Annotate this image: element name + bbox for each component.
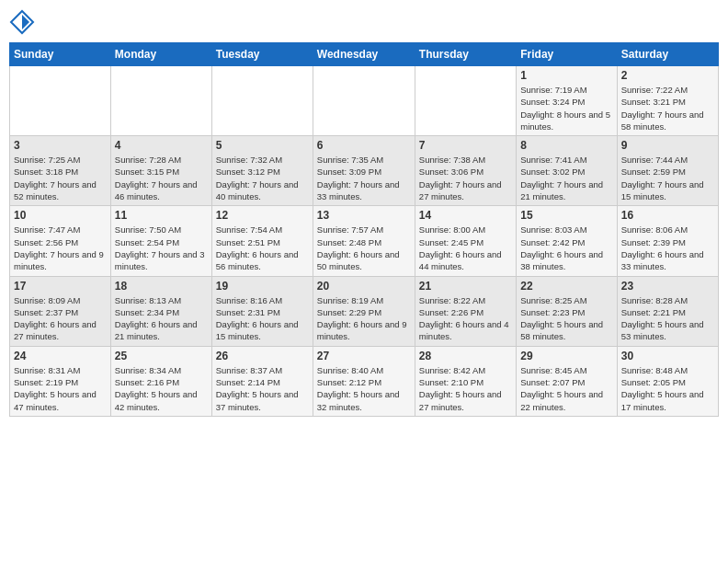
day-cell [211,66,313,136]
day-info: Sunrise: 7:19 AM Sunset: 3:24 PM Dayligh… [520,84,612,132]
calendar: SundayMondayTuesdayWednesdayThursdayFrid… [9,42,719,417]
day-number: 11 [115,209,208,222]
logo [9,9,39,35]
day-cell: 28Sunrise: 8:42 AM Sunset: 2:10 PM Dayli… [415,346,516,416]
day-info: Sunrise: 7:38 AM Sunset: 3:06 PM Dayligh… [419,154,512,202]
day-cell: 22Sunrise: 8:25 AM Sunset: 2:23 PM Dayli… [517,276,617,346]
day-info: Sunrise: 8:13 AM Sunset: 2:34 PM Dayligh… [115,294,208,343]
day-info: Sunrise: 7:25 AM Sunset: 3:18 PM Dayligh… [14,154,107,202]
day-number: 6 [317,139,411,152]
day-cell: 20Sunrise: 8:19 AM Sunset: 2:29 PM Dayli… [313,276,415,346]
day-number: 21 [419,280,512,293]
day-info: Sunrise: 8:28 AM Sunset: 2:21 PM Dayligh… [621,294,714,343]
week-row-3: 10Sunrise: 7:47 AM Sunset: 2:56 PM Dayli… [10,206,719,276]
day-cell: 19Sunrise: 8:16 AM Sunset: 2:31 PM Dayli… [211,276,313,346]
day-number: 4 [115,139,208,152]
col-header-wednesday: Wednesday [313,43,415,66]
day-number: 26 [216,350,309,362]
page-header [9,9,719,35]
day-number: 7 [419,139,512,152]
day-number: 17 [14,280,107,293]
day-info: Sunrise: 8:03 AM Sunset: 2:42 PM Dayligh… [520,224,612,272]
day-cell: 26Sunrise: 8:37 AM Sunset: 2:14 PM Dayli… [211,346,313,416]
day-cell [415,66,516,136]
day-info: Sunrise: 8:00 AM Sunset: 2:45 PM Dayligh… [419,224,512,272]
day-number: 25 [115,350,208,362]
logo-icon [9,9,35,35]
day-info: Sunrise: 7:41 AM Sunset: 3:02 PM Dayligh… [520,154,612,202]
day-info: Sunrise: 7:28 AM Sunset: 3:15 PM Dayligh… [115,154,208,202]
col-header-friday: Friday [517,43,617,66]
day-info: Sunrise: 7:44 AM Sunset: 2:59 PM Dayligh… [621,154,714,202]
day-info: Sunrise: 8:25 AM Sunset: 2:23 PM Dayligh… [520,294,612,343]
day-cell [313,66,415,136]
day-info: Sunrise: 7:47 AM Sunset: 2:56 PM Dayligh… [14,224,107,272]
day-cell: 7Sunrise: 7:38 AM Sunset: 3:06 PM Daylig… [415,136,516,206]
day-info: Sunrise: 7:32 AM Sunset: 3:12 PM Dayligh… [216,154,309,202]
day-info: Sunrise: 8:42 AM Sunset: 2:10 PM Dayligh… [419,364,512,413]
day-info: Sunrise: 8:19 AM Sunset: 2:29 PM Dayligh… [317,294,411,343]
day-number: 27 [317,350,411,362]
day-info: Sunrise: 7:50 AM Sunset: 2:54 PM Dayligh… [115,224,208,272]
day-cell: 12Sunrise: 7:54 AM Sunset: 2:51 PM Dayli… [211,206,313,276]
day-cell: 27Sunrise: 8:40 AM Sunset: 2:12 PM Dayli… [313,346,415,416]
day-info: Sunrise: 7:22 AM Sunset: 3:21 PM Dayligh… [621,84,714,132]
day-info: Sunrise: 7:54 AM Sunset: 2:51 PM Dayligh… [216,224,309,272]
day-info: Sunrise: 8:31 AM Sunset: 2:19 PM Dayligh… [14,364,107,413]
day-cell: 4Sunrise: 7:28 AM Sunset: 3:15 PM Daylig… [110,136,211,206]
day-number: 23 [621,280,714,293]
week-row-1: 1Sunrise: 7:19 AM Sunset: 3:24 PM Daylig… [10,66,719,136]
day-cell: 15Sunrise: 8:03 AM Sunset: 2:42 PM Dayli… [517,206,617,276]
day-number: 12 [216,209,309,222]
day-number: 16 [621,209,714,222]
day-cell: 2Sunrise: 7:22 AM Sunset: 3:21 PM Daylig… [617,66,718,136]
day-number: 10 [14,209,107,222]
day-cell: 30Sunrise: 8:48 AM Sunset: 2:05 PM Dayli… [617,346,718,416]
day-number: 22 [520,280,612,293]
day-number: 20 [317,280,411,293]
day-cell: 24Sunrise: 8:31 AM Sunset: 2:19 PM Dayli… [10,346,111,416]
day-info: Sunrise: 8:16 AM Sunset: 2:31 PM Dayligh… [216,294,309,343]
day-number: 18 [115,280,208,293]
day-info: Sunrise: 7:35 AM Sunset: 3:09 PM Dayligh… [317,154,411,202]
day-number: 24 [14,350,107,362]
col-header-sunday: Sunday [10,43,111,66]
day-cell [10,66,111,136]
col-header-tuesday: Tuesday [211,43,313,66]
day-cell: 14Sunrise: 8:00 AM Sunset: 2:45 PM Dayli… [415,206,516,276]
col-header-saturday: Saturday [617,43,718,66]
day-cell: 1Sunrise: 7:19 AM Sunset: 3:24 PM Daylig… [517,66,617,136]
day-cell: 3Sunrise: 7:25 AM Sunset: 3:18 PM Daylig… [10,136,111,206]
day-info: Sunrise: 8:48 AM Sunset: 2:05 PM Dayligh… [621,364,714,413]
day-number: 14 [419,209,512,222]
day-number: 5 [216,139,309,152]
day-info: Sunrise: 8:06 AM Sunset: 2:39 PM Dayligh… [621,224,714,272]
day-number: 1 [520,69,612,82]
day-cell: 11Sunrise: 7:50 AM Sunset: 2:54 PM Dayli… [110,206,211,276]
col-header-monday: Monday [110,43,211,66]
day-number: 19 [216,280,309,293]
day-cell: 21Sunrise: 8:22 AM Sunset: 2:26 PM Dayli… [415,276,516,346]
week-row-2: 3Sunrise: 7:25 AM Sunset: 3:18 PM Daylig… [10,136,719,206]
day-number: 30 [621,350,714,362]
day-cell: 9Sunrise: 7:44 AM Sunset: 2:59 PM Daylig… [617,136,718,206]
day-number: 28 [419,350,512,362]
day-cell: 8Sunrise: 7:41 AM Sunset: 3:02 PM Daylig… [517,136,617,206]
day-info: Sunrise: 8:09 AM Sunset: 2:37 PM Dayligh… [14,294,107,343]
day-number: 15 [520,209,612,222]
day-info: Sunrise: 8:45 AM Sunset: 2:07 PM Dayligh… [520,364,612,413]
day-number: 3 [14,139,107,152]
week-row-4: 17Sunrise: 8:09 AM Sunset: 2:37 PM Dayli… [10,276,719,346]
day-cell: 23Sunrise: 8:28 AM Sunset: 2:21 PM Dayli… [617,276,718,346]
day-cell: 25Sunrise: 8:34 AM Sunset: 2:16 PM Dayli… [110,346,211,416]
day-cell: 18Sunrise: 8:13 AM Sunset: 2:34 PM Dayli… [110,276,211,346]
day-info: Sunrise: 8:40 AM Sunset: 2:12 PM Dayligh… [317,364,411,413]
day-info: Sunrise: 8:37 AM Sunset: 2:14 PM Dayligh… [216,364,309,413]
day-number: 9 [621,139,714,152]
week-row-5: 24Sunrise: 8:31 AM Sunset: 2:19 PM Dayli… [10,346,719,416]
day-number: 8 [520,139,612,152]
day-info: Sunrise: 8:22 AM Sunset: 2:26 PM Dayligh… [419,294,512,343]
day-cell: 10Sunrise: 7:47 AM Sunset: 2:56 PM Dayli… [10,206,111,276]
day-info: Sunrise: 8:34 AM Sunset: 2:16 PM Dayligh… [115,364,208,413]
day-number: 29 [520,350,612,362]
